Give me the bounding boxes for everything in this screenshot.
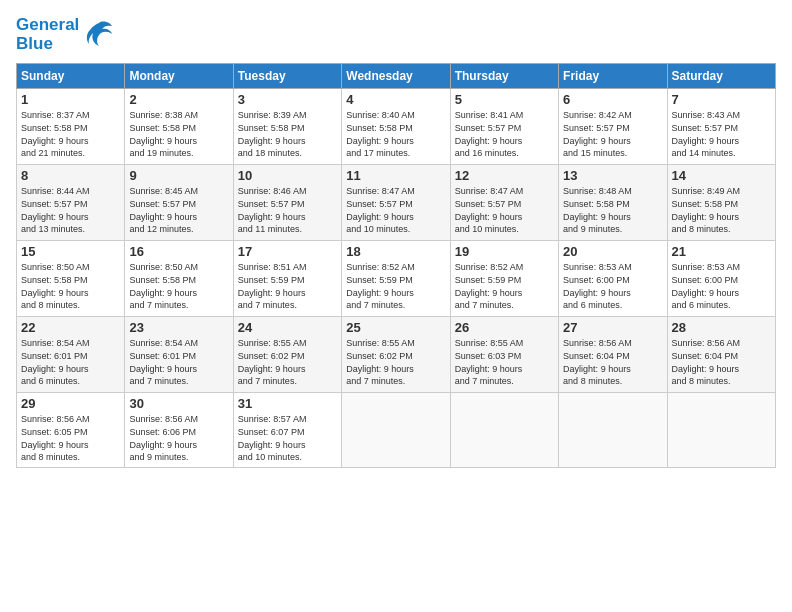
table-cell: 3Sunrise: 8:39 AMSunset: 5:58 PMDaylight… <box>233 89 341 165</box>
table-cell <box>450 393 558 467</box>
table-cell: 14Sunrise: 8:49 AMSunset: 5:58 PMDayligh… <box>667 165 775 241</box>
table-cell: 5Sunrise: 8:41 AMSunset: 5:57 PMDaylight… <box>450 89 558 165</box>
day-number: 27 <box>563 320 662 335</box>
day-number: 31 <box>238 396 337 411</box>
day-number: 24 <box>238 320 337 335</box>
day-info: Sunrise: 8:56 AMSunset: 6:04 PMDaylight:… <box>563 338 632 386</box>
table-cell: 28Sunrise: 8:56 AMSunset: 6:04 PMDayligh… <box>667 317 775 393</box>
table-cell: 6Sunrise: 8:42 AMSunset: 5:57 PMDaylight… <box>559 89 667 165</box>
day-number: 20 <box>563 244 662 259</box>
table-cell: 10Sunrise: 8:46 AMSunset: 5:57 PMDayligh… <box>233 165 341 241</box>
day-number: 23 <box>129 320 228 335</box>
table-cell <box>342 393 450 467</box>
table-cell: 26Sunrise: 8:55 AMSunset: 6:03 PMDayligh… <box>450 317 558 393</box>
table-cell <box>559 393 667 467</box>
day-number: 8 <box>21 168 120 183</box>
day-number: 7 <box>672 92 771 107</box>
table-cell: 29Sunrise: 8:56 AMSunset: 6:05 PMDayligh… <box>17 393 125 467</box>
day-number: 14 <box>672 168 771 183</box>
day-number: 22 <box>21 320 120 335</box>
day-info: Sunrise: 8:50 AMSunset: 5:58 PMDaylight:… <box>129 262 198 310</box>
table-cell: 12Sunrise: 8:47 AMSunset: 5:57 PMDayligh… <box>450 165 558 241</box>
logo-general: General <box>16 16 79 35</box>
day-number: 3 <box>238 92 337 107</box>
col-wednesday: Wednesday <box>342 64 450 89</box>
day-number: 9 <box>129 168 228 183</box>
table-cell: 27Sunrise: 8:56 AMSunset: 6:04 PMDayligh… <box>559 317 667 393</box>
day-number: 10 <box>238 168 337 183</box>
day-number: 18 <box>346 244 445 259</box>
day-info: Sunrise: 8:44 AMSunset: 5:57 PMDaylight:… <box>21 186 90 234</box>
day-info: Sunrise: 8:41 AMSunset: 5:57 PMDaylight:… <box>455 110 524 158</box>
day-number: 1 <box>21 92 120 107</box>
header-row: Sunday Monday Tuesday Wednesday Thursday… <box>17 64 776 89</box>
day-info: Sunrise: 8:37 AMSunset: 5:58 PMDaylight:… <box>21 110 90 158</box>
table-cell: 31Sunrise: 8:57 AMSunset: 6:07 PMDayligh… <box>233 393 341 467</box>
col-sunday: Sunday <box>17 64 125 89</box>
table-cell: 9Sunrise: 8:45 AMSunset: 5:57 PMDaylight… <box>125 165 233 241</box>
day-info: Sunrise: 8:52 AMSunset: 5:59 PMDaylight:… <box>455 262 524 310</box>
day-info: Sunrise: 8:57 AMSunset: 6:07 PMDaylight:… <box>238 414 307 462</box>
day-info: Sunrise: 8:54 AMSunset: 6:01 PMDaylight:… <box>129 338 198 386</box>
table-cell: 20Sunrise: 8:53 AMSunset: 6:00 PMDayligh… <box>559 241 667 317</box>
day-number: 2 <box>129 92 228 107</box>
table-cell: 2Sunrise: 8:38 AMSunset: 5:58 PMDaylight… <box>125 89 233 165</box>
col-saturday: Saturday <box>667 64 775 89</box>
day-number: 15 <box>21 244 120 259</box>
day-info: Sunrise: 8:51 AMSunset: 5:59 PMDaylight:… <box>238 262 307 310</box>
day-info: Sunrise: 8:54 AMSunset: 6:01 PMDaylight:… <box>21 338 90 386</box>
logo-blue: Blue <box>16 35 79 54</box>
day-info: Sunrise: 8:47 AMSunset: 5:57 PMDaylight:… <box>346 186 415 234</box>
day-info: Sunrise: 8:39 AMSunset: 5:58 PMDaylight:… <box>238 110 307 158</box>
day-number: 21 <box>672 244 771 259</box>
day-number: 19 <box>455 244 554 259</box>
table-cell: 16Sunrise: 8:50 AMSunset: 5:58 PMDayligh… <box>125 241 233 317</box>
table-cell: 11Sunrise: 8:47 AMSunset: 5:57 PMDayligh… <box>342 165 450 241</box>
col-tuesday: Tuesday <box>233 64 341 89</box>
day-info: Sunrise: 8:53 AMSunset: 6:00 PMDaylight:… <box>563 262 632 310</box>
col-monday: Monday <box>125 64 233 89</box>
table-cell: 1Sunrise: 8:37 AMSunset: 5:58 PMDaylight… <box>17 89 125 165</box>
table-cell: 23Sunrise: 8:54 AMSunset: 6:01 PMDayligh… <box>125 317 233 393</box>
table-cell: 15Sunrise: 8:50 AMSunset: 5:58 PMDayligh… <box>17 241 125 317</box>
day-number: 26 <box>455 320 554 335</box>
day-info: Sunrise: 8:53 AMSunset: 6:00 PMDaylight:… <box>672 262 741 310</box>
day-info: Sunrise: 8:43 AMSunset: 5:57 PMDaylight:… <box>672 110 741 158</box>
day-info: Sunrise: 8:46 AMSunset: 5:57 PMDaylight:… <box>238 186 307 234</box>
header: General Blue <box>16 16 776 53</box>
table-cell: 8Sunrise: 8:44 AMSunset: 5:57 PMDaylight… <box>17 165 125 241</box>
col-friday: Friday <box>559 64 667 89</box>
day-info: Sunrise: 8:52 AMSunset: 5:59 PMDaylight:… <box>346 262 415 310</box>
day-info: Sunrise: 8:38 AMSunset: 5:58 PMDaylight:… <box>129 110 198 158</box>
table-cell: 21Sunrise: 8:53 AMSunset: 6:00 PMDayligh… <box>667 241 775 317</box>
table-cell: 25Sunrise: 8:55 AMSunset: 6:02 PMDayligh… <box>342 317 450 393</box>
day-info: Sunrise: 8:55 AMSunset: 6:02 PMDaylight:… <box>238 338 307 386</box>
table-cell: 19Sunrise: 8:52 AMSunset: 5:59 PMDayligh… <box>450 241 558 317</box>
day-number: 6 <box>563 92 662 107</box>
table-cell: 18Sunrise: 8:52 AMSunset: 5:59 PMDayligh… <box>342 241 450 317</box>
day-number: 11 <box>346 168 445 183</box>
day-info: Sunrise: 8:50 AMSunset: 5:58 PMDaylight:… <box>21 262 90 310</box>
table-cell <box>667 393 775 467</box>
day-info: Sunrise: 8:49 AMSunset: 5:58 PMDaylight:… <box>672 186 741 234</box>
table-cell: 17Sunrise: 8:51 AMSunset: 5:59 PMDayligh… <box>233 241 341 317</box>
day-number: 25 <box>346 320 445 335</box>
page-container: General Blue Sunday Monday <box>0 0 792 478</box>
day-number: 17 <box>238 244 337 259</box>
logo: General Blue <box>16 16 114 53</box>
table-cell: 30Sunrise: 8:56 AMSunset: 6:06 PMDayligh… <box>125 393 233 467</box>
day-number: 28 <box>672 320 771 335</box>
day-info: Sunrise: 8:55 AMSunset: 6:03 PMDaylight:… <box>455 338 524 386</box>
table-cell: 13Sunrise: 8:48 AMSunset: 5:58 PMDayligh… <box>559 165 667 241</box>
day-info: Sunrise: 8:55 AMSunset: 6:02 PMDaylight:… <box>346 338 415 386</box>
table-cell: 22Sunrise: 8:54 AMSunset: 6:01 PMDayligh… <box>17 317 125 393</box>
day-number: 29 <box>21 396 120 411</box>
table-cell: 24Sunrise: 8:55 AMSunset: 6:02 PMDayligh… <box>233 317 341 393</box>
col-thursday: Thursday <box>450 64 558 89</box>
day-number: 4 <box>346 92 445 107</box>
day-number: 16 <box>129 244 228 259</box>
day-number: 30 <box>129 396 228 411</box>
day-number: 13 <box>563 168 662 183</box>
day-info: Sunrise: 8:45 AMSunset: 5:57 PMDaylight:… <box>129 186 198 234</box>
day-info: Sunrise: 8:40 AMSunset: 5:58 PMDaylight:… <box>346 110 415 158</box>
